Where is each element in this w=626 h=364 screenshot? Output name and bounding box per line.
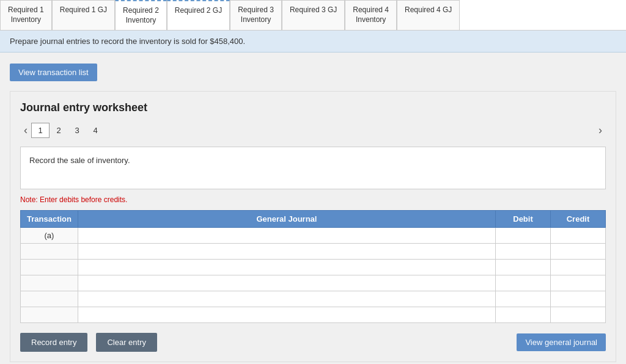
entry-1[interactable]: 1 <box>31 123 50 138</box>
journal-table: Transaction General Journal Debit Credit… <box>20 210 606 323</box>
journal-input[interactable] <box>78 244 495 259</box>
table-row <box>21 307 78 323</box>
credit-input[interactable] <box>551 228 605 243</box>
clear-entry-button[interactable]: Clear entry <box>96 333 157 352</box>
journal-input-cell[interactable] <box>78 228 495 244</box>
instruction-text: Prepare journal entries to record the in… <box>10 37 245 46</box>
tab-bar: Required 1 Inventory Required 1 GJ Requi… <box>0 0 626 31</box>
journal-input[interactable] <box>78 260 495 275</box>
entry-4[interactable]: 4 <box>86 123 105 137</box>
table-row <box>21 275 78 291</box>
tab-req1-inventory[interactable]: Required 1 Inventory <box>0 0 52 30</box>
table-row <box>21 291 78 307</box>
journal-input-cell[interactable] <box>78 260 495 275</box>
credit-input[interactable] <box>551 260 605 275</box>
journal-input[interactable] <box>78 228 495 243</box>
entry-3[interactable]: 3 <box>68 123 86 137</box>
journal-input[interactable] <box>78 275 495 291</box>
debit-input[interactable] <box>496 228 550 243</box>
worksheet-title: Journal entry worksheet <box>20 101 606 114</box>
journal-input-cell[interactable] <box>78 307 495 323</box>
debit-input-cell[interactable] <box>496 228 551 244</box>
tab-req4-gj[interactable]: Required 4 GJ <box>397 0 460 30</box>
debit-input-cell[interactable] <box>496 260 551 275</box>
entry-2[interactable]: 2 <box>50 123 68 137</box>
debit-input-cell[interactable] <box>496 291 551 307</box>
note-text: Note: Enter debits before credits. <box>20 195 606 204</box>
record-entry-button[interactable]: Record entry <box>20 333 87 352</box>
credit-input-cell[interactable] <box>551 291 606 307</box>
journal-input-cell[interactable] <box>78 244 495 260</box>
credit-input-cell[interactable] <box>551 307 606 323</box>
credit-input-cell[interactable] <box>551 260 606 275</box>
credit-input[interactable] <box>551 307 605 322</box>
table-row <box>21 260 78 275</box>
bottom-buttons: Record entry Clear entry View general jo… <box>20 333 606 352</box>
col-header-credit: Credit <box>551 211 606 228</box>
tab-req1-gj[interactable]: Required 1 GJ <box>52 0 115 30</box>
credit-input[interactable] <box>551 275 605 291</box>
col-header-transaction: Transaction <box>21 211 78 228</box>
tab-req4-inventory[interactable]: Required 4 Inventory <box>345 0 397 30</box>
tab-req2-gj[interactable]: Required 2 GJ <box>167 0 230 30</box>
instruction-bar: Prepare journal entries to record the in… <box>0 31 626 53</box>
credit-input-cell[interactable] <box>551 244 606 260</box>
description-box: Record the sale of inventory. <box>20 147 606 189</box>
col-header-debit: Debit <box>496 211 551 228</box>
credit-input[interactable] <box>551 244 605 259</box>
credit-input-cell[interactable] <box>551 228 606 244</box>
worksheet-container: Journal entry worksheet ‹ 1 2 3 4 › Reco… <box>10 91 616 362</box>
debit-input-cell[interactable] <box>496 244 551 260</box>
debit-input[interactable] <box>496 244 550 259</box>
debit-input[interactable] <box>496 275 550 291</box>
journal-input[interactable] <box>78 307 495 322</box>
next-entry-button[interactable]: › <box>595 123 606 138</box>
tab-req3-gj[interactable]: Required 3 GJ <box>282 0 345 30</box>
table-row: (a) <box>21 228 78 244</box>
credit-input-cell[interactable] <box>551 275 606 291</box>
entry-nav: ‹ 1 2 3 4 › <box>20 123 606 138</box>
debit-input[interactable] <box>496 260 550 275</box>
view-transaction-area: View transaction list <box>10 64 97 81</box>
debit-input[interactable] <box>496 307 550 322</box>
tab-req3-inventory[interactable]: Required 3 Inventory <box>230 0 282 30</box>
view-general-journal-button[interactable]: View general journal <box>517 333 606 351</box>
view-transaction-button[interactable]: View transaction list <box>10 64 97 81</box>
journal-input-cell[interactable] <box>78 275 495 291</box>
debit-input[interactable] <box>496 291 550 307</box>
col-header-journal: General Journal <box>78 211 495 228</box>
tab-req2-inventory[interactable]: Required 2 Inventory <box>115 0 167 30</box>
journal-input-cell[interactable] <box>78 291 495 307</box>
credit-input[interactable] <box>551 291 605 307</box>
debit-input-cell[interactable] <box>496 307 551 323</box>
table-row <box>21 244 78 260</box>
description-text: Record the sale of inventory. <box>29 156 130 165</box>
journal-input[interactable] <box>78 291 495 307</box>
debit-input-cell[interactable] <box>496 275 551 291</box>
prev-entry-button[interactable]: ‹ <box>20 123 31 138</box>
